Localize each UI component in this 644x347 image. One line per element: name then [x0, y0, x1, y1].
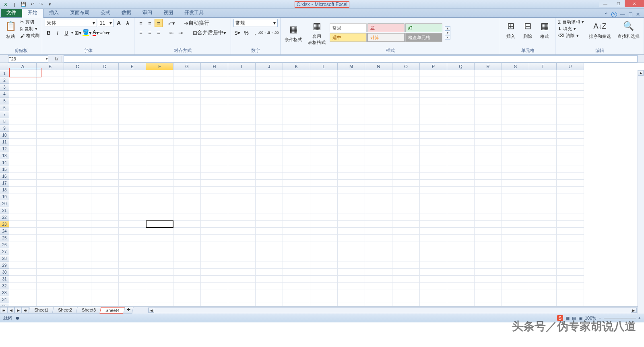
- cell-A1[interactable]: [9, 70, 37, 77]
- cell-P15[interactable]: [420, 166, 447, 173]
- sheet-tab-4[interactable]: Sheet4: [99, 307, 125, 314]
- cell-F26[interactable]: [146, 241, 173, 248]
- cell-M10[interactable]: [338, 132, 365, 139]
- cell-I11[interactable]: [228, 139, 256, 145]
- cell-A13[interactable]: [9, 152, 37, 159]
- row-header-10[interactable]: 10: [0, 132, 9, 139]
- cell-B6[interactable]: [37, 104, 64, 111]
- cell-I34[interactable]: [228, 296, 256, 303]
- cell-U28[interactable]: [557, 255, 584, 262]
- style-calculation[interactable]: 计算: [367, 33, 405, 42]
- cell-I31[interactable]: [228, 276, 256, 283]
- format-painter-button[interactable]: 🖌格式刷: [20, 33, 39, 39]
- cell-N24[interactable]: [365, 228, 392, 235]
- column-header-L[interactable]: L: [310, 63, 338, 70]
- cell-O3[interactable]: [392, 84, 420, 91]
- cell-K27[interactable]: [283, 248, 310, 255]
- column-header-N[interactable]: N: [365, 63, 392, 70]
- conditional-formatting-button[interactable]: ▦条件格式: [283, 22, 304, 44]
- cell-D30[interactable]: [91, 269, 119, 276]
- cell-Q2[interactable]: [447, 77, 475, 84]
- cell-H29[interactable]: [201, 262, 228, 269]
- cell-K11[interactable]: [283, 139, 310, 145]
- cell-L13[interactable]: [310, 152, 338, 159]
- help-button[interactable]: ?: [611, 12, 617, 17]
- cell-D5[interactable]: [91, 98, 119, 104]
- cell-B33[interactable]: [37, 289, 64, 296]
- column-header-Q[interactable]: Q: [447, 63, 475, 70]
- row-header-12[interactable]: 12: [0, 145, 9, 152]
- cell-O29[interactable]: [392, 262, 420, 269]
- cell-K1[interactable]: [283, 70, 310, 77]
- cell-Q12[interactable]: [447, 145, 475, 152]
- cell-N9[interactable]: [365, 125, 392, 132]
- cell-E7[interactable]: [119, 111, 146, 118]
- cell-N7[interactable]: [365, 111, 392, 118]
- row-header-35[interactable]: 35: [0, 303, 9, 306]
- style-more[interactable]: ▾: [445, 35, 450, 39]
- cell-L27[interactable]: [310, 248, 338, 255]
- cell-F35[interactable]: [146, 303, 173, 306]
- cell-P26[interactable]: [420, 241, 447, 248]
- cell-U12[interactable]: [557, 145, 584, 152]
- zoom-level[interactable]: 100%: [585, 316, 596, 320]
- sheet-tab-1[interactable]: Sheet1: [28, 307, 54, 314]
- cell-O24[interactable]: [392, 228, 420, 235]
- cell-R34[interactable]: [475, 296, 502, 303]
- cell-T2[interactable]: [529, 77, 557, 84]
- cell-A12[interactable]: [9, 145, 37, 152]
- cell-P29[interactable]: [420, 262, 447, 269]
- cell-P8[interactable]: [420, 118, 447, 125]
- cell-H10[interactable]: [201, 132, 228, 139]
- cell-T32[interactable]: [529, 283, 557, 289]
- cell-T29[interactable]: [529, 262, 557, 269]
- horizontal-scrollbar[interactable]: ◀ ▶: [148, 308, 637, 313]
- cell-F7[interactable]: [146, 111, 173, 118]
- cell-O30[interactable]: [392, 269, 420, 276]
- cell-Q19[interactable]: [447, 193, 475, 200]
- cell-C13[interactable]: [64, 152, 91, 159]
- cell-K12[interactable]: [283, 145, 310, 152]
- cell-T22[interactable]: [529, 214, 557, 221]
- cell-M11[interactable]: [338, 139, 365, 145]
- cell-U10[interactable]: [557, 132, 584, 139]
- cell-J30[interactable]: [256, 269, 283, 276]
- cell-H25[interactable]: [201, 235, 228, 241]
- cell-C17[interactable]: [64, 180, 91, 187]
- cell-P28[interactable]: [420, 255, 447, 262]
- cell-L4[interactable]: [310, 91, 338, 98]
- number-format-combo[interactable]: 常规▾: [233, 19, 278, 27]
- cell-F16[interactable]: [146, 173, 173, 180]
- cell-B1[interactable]: [37, 70, 64, 77]
- cell-E24[interactable]: [119, 228, 146, 235]
- cell-F14[interactable]: [146, 159, 173, 166]
- cell-K33[interactable]: [283, 289, 310, 296]
- cell-C24[interactable]: [64, 228, 91, 235]
- cell-J4[interactable]: [256, 91, 283, 98]
- cell-O14[interactable]: [392, 159, 420, 166]
- cell-L5[interactable]: [310, 98, 338, 104]
- cell-T34[interactable]: [529, 296, 557, 303]
- cell-P19[interactable]: [420, 193, 447, 200]
- cell-J32[interactable]: [256, 283, 283, 289]
- cell-O35[interactable]: [392, 303, 420, 306]
- cell-T17[interactable]: [529, 180, 557, 187]
- cell-F20[interactable]: [146, 200, 173, 207]
- row-header-20[interactable]: 20: [0, 200, 9, 207]
- cell-I14[interactable]: [228, 159, 256, 166]
- cell-B3[interactable]: [37, 84, 64, 91]
- cell-F22[interactable]: [146, 214, 173, 221]
- cell-N34[interactable]: [365, 296, 392, 303]
- cell-G25[interactable]: [173, 235, 201, 241]
- cell-A30[interactable]: [9, 269, 37, 276]
- cell-Q9[interactable]: [447, 125, 475, 132]
- align-middle-button[interactable]: ≡: [146, 19, 154, 27]
- cell-A11[interactable]: [9, 139, 37, 145]
- cell-U27[interactable]: [557, 248, 584, 255]
- cell-T1[interactable]: [529, 70, 557, 77]
- cell-P30[interactable]: [420, 269, 447, 276]
- cell-P13[interactable]: [420, 152, 447, 159]
- cell-L15[interactable]: [310, 166, 338, 173]
- sort-filter-button[interactable]: A↓Z排序和筛选: [587, 19, 613, 40]
- cell-M18[interactable]: [338, 187, 365, 193]
